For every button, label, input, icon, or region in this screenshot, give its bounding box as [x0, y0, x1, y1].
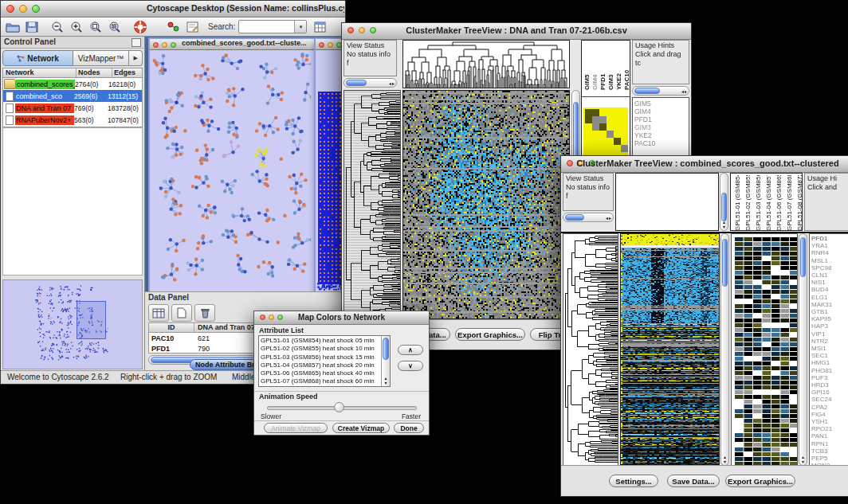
dialog-titlebar[interactable]: Map Colors to Network: [254, 311, 429, 325]
zoom-window-button[interactable]: [32, 5, 40, 13]
close-button[interactable]: [153, 42, 159, 48]
gene-label[interactable]: MSL1: [810, 257, 848, 264]
zoom-fit-icon[interactable]: [87, 19, 104, 35]
gene-label[interactable]: CLN1: [810, 272, 848, 279]
attribute-item[interactable]: GPL51-02 (GSM855) heat shock 10 min: [259, 345, 381, 353]
birds-eye-view[interactable]: [2, 279, 143, 369]
scrollbar-thumb[interactable]: [383, 338, 389, 360]
gene-label[interactable]: GTB1: [810, 308, 848, 315]
gene-label[interactable]: RNR4: [810, 249, 848, 256]
column-label[interactable]: YKE2: [615, 45, 622, 90]
gene-label[interactable]: GIM4: [633, 107, 689, 115]
network-graph-canvas[interactable]: [150, 50, 311, 288]
search-dropdown-arrow[interactable]: ▼: [294, 21, 306, 33]
annotation-icon[interactable]: [184, 19, 202, 35]
done-button[interactable]: Done: [394, 423, 424, 433]
move-up-button[interactable]: ∧: [398, 345, 423, 355]
gene-label[interactable]: PHO81: [810, 367, 848, 374]
network-table-row[interactable]: combined_scores_2764(0)16218(0): [3, 78, 142, 90]
create-vizmap-button[interactable]: Create Vizmap: [332, 423, 390, 433]
column-label[interactable]: GPL51-07 (GSM868): [785, 175, 794, 231]
attribute-list-vscroll[interactable]: ▴▾: [381, 336, 390, 386]
treeview-combined-titlebar[interactable]: ClusterMaker TreeView : combined_scores_…: [561, 156, 848, 173]
gene-label[interactable]: GIM3: [633, 123, 689, 131]
gene-label[interactable]: CPA2: [810, 404, 848, 411]
move-down-button[interactable]: ∨: [398, 361, 423, 371]
column-label[interactable]: GPL51-04 (GSM857): [764, 175, 773, 231]
gene-label[interactable]: PEP5: [810, 455, 848, 462]
gene-label[interactable]: YKE2: [633, 131, 689, 139]
gene-label[interactable]: NTR2: [810, 338, 848, 345]
gene-label[interactable]: MSI1: [810, 345, 848, 352]
gene-label[interactable]: MAK31: [810, 301, 848, 308]
heatmap-vscroll[interactable]: ▴▾: [720, 233, 729, 466]
network-table-row[interactable]: DNA and Tran 07769(0)183728(0): [3, 102, 142, 114]
gene-dendrogram-pane[interactable]: [563, 233, 618, 466]
zoom-window-button[interactable]: [171, 42, 176, 48]
column-label[interactable]: GPL51-02 (GSM855): [744, 175, 752, 231]
array-dendrogram-pane[interactable]: [402, 40, 570, 88]
scrollbar-thumb[interactable]: [565, 214, 584, 221]
global-mini-heatmap[interactable]: [583, 107, 628, 162]
gene-label[interactable]: SEC24: [810, 396, 848, 403]
minimize-button[interactable]: [19, 5, 27, 13]
column-label[interactable]: GPL51-06 (GSM865): [775, 175, 783, 231]
gene-label[interactable]: YRA1: [810, 242, 848, 249]
zoom-selected-icon[interactable]: [106, 19, 124, 35]
gene-label[interactable]: SEC1: [810, 352, 848, 359]
new-attribute-button[interactable]: [171, 304, 192, 322]
gene-label[interactable]: FIG4: [810, 411, 848, 418]
slider-thumb[interactable]: [334, 402, 344, 412]
gene-label[interactable]: KAP95: [810, 315, 848, 322]
scrollbar-thumb[interactable]: [721, 193, 727, 221]
settings-button[interactable]: Settings...: [609, 475, 658, 487]
column-label[interactable]: GIM3: [607, 45, 614, 90]
tab-network[interactable]: Network: [2, 50, 73, 66]
attribute-item[interactable]: GPL51-03 (GSM856) heat shock 15 min: [259, 354, 381, 361]
gene-list-hscroll[interactable]: ◂▸: [632, 86, 689, 96]
gene-label[interactable]: PAC10: [633, 139, 689, 147]
gene-label[interactable]: YSH1: [810, 418, 848, 425]
scrollbar-thumb[interactable]: [346, 80, 367, 86]
delete-attribute-button[interactable]: [194, 304, 215, 322]
animate-vizmap-button[interactable]: Animate Vizmap: [264, 423, 328, 433]
gene-label[interactable]: PUF3: [810, 374, 848, 381]
network-view-window[interactable]: combined_scores_good.txt--cluste...: [148, 37, 316, 291]
gene-label[interactable]: TCB3: [810, 447, 848, 455]
attribute-item[interactable]: GPL51-04 (GSM857) heat shock 20 min: [259, 361, 381, 369]
gene-label[interactable]: VIP1: [810, 330, 848, 338]
main-titlebar[interactable]: Cytoscape Desktop (Session Name: collins…: [1, 1, 345, 18]
export-graphics-button[interactable]: Export Graphics...: [725, 475, 795, 487]
close-button[interactable]: [6, 5, 14, 13]
gene-label[interactable]: ELG1: [810, 294, 848, 301]
save-data-button[interactable]: Save Data...: [667, 475, 720, 487]
open-file-button[interactable]: [4, 19, 22, 35]
gene-label[interactable]: HMG1: [810, 359, 848, 366]
column-label[interactable]: GPL51-08 (GSM872): [795, 175, 803, 231]
gene-label[interactable]: GIM5: [633, 100, 689, 107]
array-pane-vscroll[interactable]: ▴▾: [720, 173, 728, 231]
network-table-row[interactable]: RNAPuberNov2+563(0)107847(0): [3, 114, 142, 126]
save-button[interactable]: [23, 19, 41, 35]
gene-label[interactable]: HAP3: [810, 322, 848, 330]
column-label[interactable]: GIM5: [583, 45, 591, 90]
attribute-item[interactable]: GPL51-07 (GSM868) heat shock 60 min: [259, 377, 381, 385]
gene-dendrogram-pane[interactable]: [344, 90, 401, 319]
gene-label[interactable]: BUD4: [810, 286, 848, 293]
zoom-out-icon[interactable]: [49, 19, 66, 35]
zoom-in-icon[interactable]: [68, 19, 85, 35]
heatmap-pane[interactable]: [620, 233, 720, 466]
gene-label[interactable]: PAN1: [810, 432, 848, 440]
network-table-row[interactable]: combined_sco2569(6)13112(15): [3, 90, 142, 102]
help-lifering-icon[interactable]: [132, 19, 149, 35]
column-label[interactable]: GIM4: [591, 45, 599, 90]
tab-overflow-button[interactable]: ▶: [129, 50, 143, 66]
view-status-hscroll[interactable]: ◂▸: [563, 213, 614, 222]
search-field[interactable]: ▼: [238, 20, 307, 33]
scrollbar-thumb[interactable]: [800, 237, 806, 277]
array-dendrogram-pane[interactable]: [615, 173, 719, 231]
gene-label[interactable]: NIS1: [810, 279, 848, 286]
column-label[interactable]: PAC10: [623, 45, 630, 90]
float-panel-icon[interactable]: [132, 38, 141, 47]
gene-label[interactable]: RPN1: [810, 440, 848, 447]
